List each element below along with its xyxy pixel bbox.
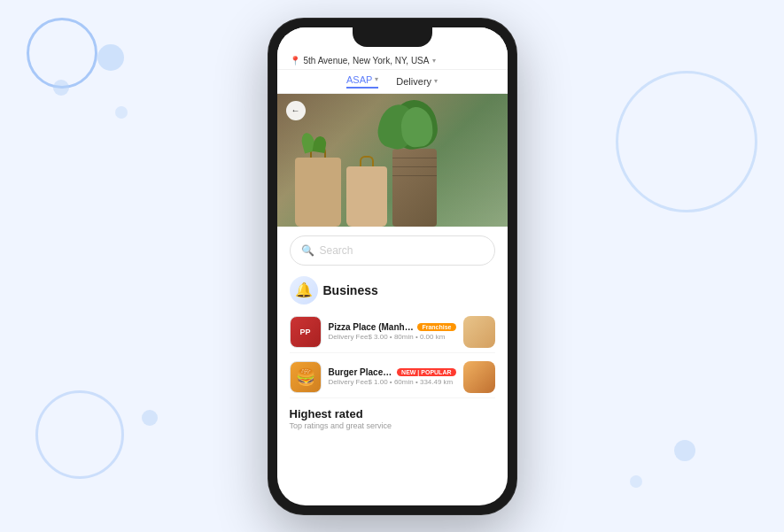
restaurant-item[interactable]: PP Pizza Place (Manhattan) Franchise Del… [290, 312, 495, 353]
back-button[interactable]: ← [286, 101, 306, 120]
bg-decoration-circle-9 [630, 475, 642, 488]
phone-screen: 📍 5th Avenue, New York, NY, USA ▾ ASAP ▾… [277, 27, 508, 505]
highest-rated-subtitle: Top ratings and great service [290, 421, 495, 430]
tab-row: ASAP ▾ Delivery ▾ [277, 70, 508, 94]
section-title: Business [323, 283, 378, 297]
plant-vase [392, 149, 437, 227]
address-row[interactable]: 📍 5th Avenue, New York, NY, USA ▾ [290, 56, 437, 66]
highest-rated-title: Highest rated [290, 407, 495, 420]
vase-stripe-3 [392, 175, 437, 176]
plant-leaves [379, 100, 450, 153]
burger-icon: 🍔 [291, 362, 321, 392]
section-icon: 🔔 [290, 276, 318, 305]
tab-delivery[interactable]: Delivery ▾ [396, 76, 438, 87]
address-text: 5th Avenue, New York, NY, USA [304, 56, 430, 66]
restaurant-logo-burger: 🍔 [290, 361, 322, 393]
top-bar: 📍 5th Avenue, New York, NY, USA ▾ [277, 52, 508, 70]
location-icon: 📍 [290, 56, 300, 66]
restaurant-thumb-2 [463, 361, 495, 393]
bag-greens [302, 133, 334, 152]
bg-decoration-circle-6 [35, 390, 124, 479]
vase-stripe-2 [392, 166, 437, 167]
bg-decoration-circle-2 [97, 44, 124, 71]
business-section: 🔔 Business PP Pizza Place (Manhattan) Fr… [277, 271, 508, 398]
restaurant-info-1: Pizza Place (Manhattan) Franchise Delive… [329, 322, 456, 341]
restaurant-name-2: Burger Place (Washington) [329, 367, 394, 377]
phone-mockup: 📍 5th Avenue, New York, NY, USA ▾ ASAP ▾… [268, 19, 516, 514]
tab-asap-label: ASAP [346, 74, 372, 85]
bg-decoration-circle-1 [27, 18, 97, 89]
search-placeholder: Search [320, 244, 353, 257]
search-bar[interactable]: 🔍 Search [290, 235, 495, 266]
restaurant-name-row-2: Burger Place (Washington) NEW | POPULAR [329, 367, 456, 377]
bg-decoration-circle-3 [53, 80, 69, 96]
section-header: 🔔 Business [290, 276, 495, 305]
bg-decoration-circle-4 [115, 106, 128, 119]
restaurant-meta-1: Delivery Fee$ 3.00 • 80min • 0.00 km [329, 333, 456, 341]
vase-stripe-1 [392, 158, 437, 158]
bg-decoration-circle-5 [616, 71, 757, 212]
new-popular-badge: NEW | POPULAR [397, 368, 455, 376]
restaurant-name-row-1: Pizza Place (Manhattan) Franchise [329, 322, 456, 332]
restaurant-item-2[interactable]: 🍔 Burger Place (Washington) NEW | POPULA… [290, 357, 495, 398]
restaurant-thumb-1 [463, 316, 495, 348]
bg-decoration-circle-7 [142, 410, 158, 426]
franchise-badge: Franchise [417, 323, 455, 331]
tab-delivery-chevron: ▾ [434, 77, 438, 85]
restaurant-name-1: Pizza Place (Manhattan) [329, 322, 415, 332]
restaurant-meta-2: Delivery Fee$ 1.00 • 60min • 334.49 km [329, 378, 456, 386]
restaurant-info-2: Burger Place (Washington) NEW | POPULAR … [329, 367, 456, 386]
bg-decoration-circle-8 [674, 440, 695, 461]
phone-notch [353, 27, 432, 47]
address-chevron-icon: ▾ [432, 57, 436, 65]
hero-image: ← [277, 94, 508, 227]
grocery-scene [277, 120, 508, 227]
restaurant-logo-pp: PP [290, 316, 322, 348]
tab-asap[interactable]: ASAP ▾ [346, 74, 378, 89]
highest-rated-section: Highest rated Top ratings and great serv… [277, 400, 508, 434]
restaurant-list: PP Pizza Place (Manhattan) Franchise Del… [290, 312, 495, 398]
tab-delivery-label: Delivery [396, 76, 431, 87]
grocery-bag-2 [346, 166, 387, 227]
bag-handle-2 [360, 156, 374, 166]
grocery-bag-1 [295, 158, 341, 227]
bell-icon: 🔔 [295, 281, 313, 298]
tab-asap-chevron: ▾ [375, 75, 378, 83]
search-section: 🔍 Search [277, 227, 508, 271]
search-icon: 🔍 [301, 244, 314, 257]
